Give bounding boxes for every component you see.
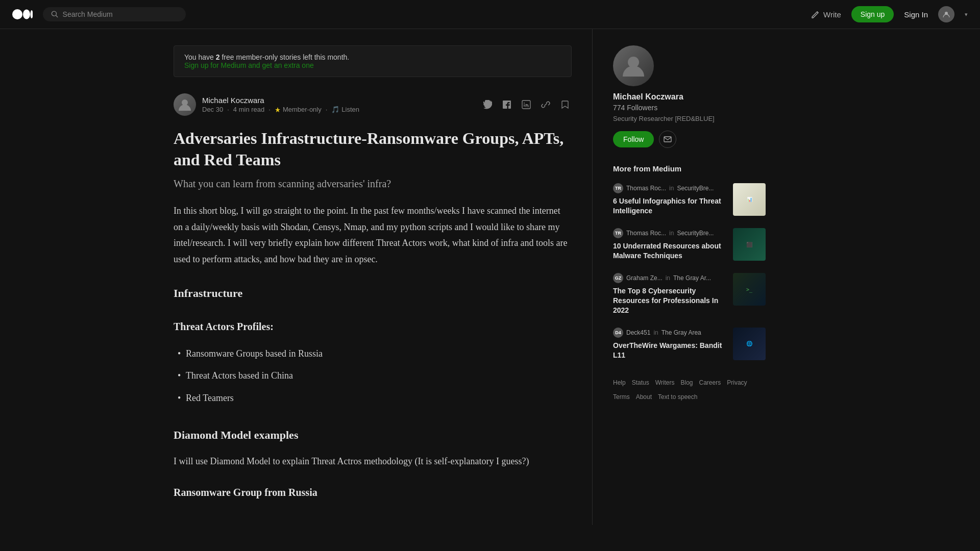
svg-point-1 bbox=[23, 10, 30, 19]
footer-link-help[interactable]: Help bbox=[613, 377, 626, 389]
rec-in-3: in bbox=[653, 329, 658, 336]
facebook-icon bbox=[502, 100, 511, 109]
rec-in-1: in bbox=[669, 230, 674, 237]
rec-in-2: in bbox=[666, 274, 670, 282]
footer-link-privacy[interactable]: Privacy bbox=[727, 377, 747, 389]
threat-actor-list: Ransomware Groups based in Russia Threat… bbox=[174, 343, 572, 410]
write-icon bbox=[811, 10, 820, 19]
signup-button[interactable]: Sign up bbox=[851, 6, 894, 22]
author-row: Michael Koczwara Dec 30 · 4 min read · M… bbox=[174, 93, 572, 116]
email-icon bbox=[664, 135, 672, 143]
membership-link[interactable]: Sign up for Medium and get an extra one bbox=[184, 61, 314, 69]
rec-title-3[interactable]: OverTheWire Wargames: Bandit L11 bbox=[613, 341, 727, 360]
member-label: Member-only bbox=[283, 106, 322, 113]
footer-link-careers[interactable]: Careers bbox=[699, 377, 721, 389]
recommendation-item: GZ Graham Ze... in The Gray Ar... The To… bbox=[613, 273, 766, 315]
rec-publication-3: The Gray Area bbox=[662, 329, 701, 336]
membership-banner: You have 2 free member-only stories left… bbox=[174, 45, 572, 77]
sidebar-author-name: Michael Koczwara bbox=[613, 92, 766, 102]
rec-author-name-0: Thomas Roc... bbox=[626, 185, 666, 192]
rec-author-row-2: GZ Graham Ze... in The Gray Ar... bbox=[613, 273, 727, 283]
banner-count: 2 bbox=[216, 53, 220, 61]
article-paragraph-2: I will use Diamond Model to explain Thre… bbox=[174, 454, 572, 470]
listen-icon: 🎵 bbox=[331, 106, 339, 113]
footer-link-status[interactable]: Status bbox=[632, 377, 649, 389]
navbar: Write Sign up Sign In ▾ bbox=[0, 0, 980, 29]
rec-thumbnail-1: ⬛ bbox=[733, 228, 766, 261]
write-button[interactable]: Write bbox=[811, 10, 841, 19]
search-bar[interactable] bbox=[43, 7, 186, 21]
main-layout: You have 2 free member-only stories left… bbox=[133, 29, 847, 525]
rec-in-0: in bbox=[669, 185, 674, 192]
footer-link-about[interactable]: About bbox=[636, 391, 652, 403]
rec-author-row-3: D4 Deck451 in The Gray Area bbox=[613, 328, 727, 338]
author-info: Michael Koczwara Dec 30 · 4 min read · M… bbox=[174, 93, 359, 116]
author-details: Michael Koczwara Dec 30 · 4 min read · M… bbox=[202, 96, 359, 113]
svg-point-2 bbox=[31, 10, 33, 18]
rec-author-avatar-3[interactable]: D4 bbox=[613, 328, 623, 338]
sidebar-author-avatar[interactable] bbox=[613, 45, 654, 86]
article-paragraph-1: In this short blog, I will go straight t… bbox=[174, 203, 572, 267]
footer-link-blog[interactable]: Blog bbox=[681, 377, 693, 389]
bookmark-icon bbox=[560, 100, 570, 109]
svg-line-4 bbox=[56, 15, 58, 17]
svg-point-8 bbox=[524, 103, 525, 104]
follow-button[interactable]: Follow bbox=[613, 131, 654, 147]
search-input[interactable] bbox=[63, 10, 178, 18]
rec-author-name-2: Graham Ze... bbox=[626, 274, 663, 282]
rec-publication-0: SecurityBre... bbox=[677, 185, 714, 192]
linkedin-icon bbox=[522, 100, 531, 109]
rec-author-avatar-0[interactable]: TR bbox=[613, 183, 623, 193]
listen-button[interactable]: 🎵 Listen bbox=[331, 106, 359, 113]
sidebar-footer: Help Status Writers Blog Careers Privacy… bbox=[613, 377, 766, 403]
rec-publication-2: The Gray Ar... bbox=[673, 274, 711, 282]
recommendations-container: TR Thomas Roc... in SecurityBre... 6 Use… bbox=[613, 183, 766, 360]
footer-link-writers[interactable]: Writers bbox=[655, 377, 675, 389]
copy-link-button[interactable] bbox=[539, 98, 552, 111]
signin-button[interactable]: Sign In bbox=[904, 10, 928, 19]
medium-logo[interactable] bbox=[12, 8, 33, 21]
navbar-right: Write Sign up Sign In ▾ bbox=[811, 6, 968, 22]
write-label: Write bbox=[823, 10, 841, 19]
member-badge: Member-only bbox=[275, 106, 322, 113]
subscribe-icon-button[interactable] bbox=[659, 131, 676, 148]
chevron-down-icon[interactable]: ▾ bbox=[965, 11, 968, 18]
user-avatar-nav[interactable] bbox=[938, 6, 954, 22]
article-body: Adversaries Infrastructure-Ransomware Gr… bbox=[174, 128, 572, 502]
share-twitter-button[interactable] bbox=[481, 98, 494, 111]
twitter-icon bbox=[483, 100, 492, 109]
rec-content-3: D4 Deck451 in The Gray Area OverTheWire … bbox=[613, 328, 727, 360]
article-date: Dec 30 bbox=[202, 106, 223, 113]
sidebar: Michael Koczwara 774 Followers Security … bbox=[592, 29, 766, 525]
recommendation-item: TR Thomas Roc... in SecurityBre... 10 Un… bbox=[613, 228, 766, 261]
section-heading-infrastructure: Infrastructure bbox=[174, 284, 572, 304]
article-actions bbox=[481, 98, 572, 111]
rec-title-2[interactable]: The Top 8 Cybersecurity Resources for Pr… bbox=[613, 286, 727, 315]
rec-author-avatar-1[interactable]: TR bbox=[613, 228, 623, 238]
search-icon bbox=[51, 10, 59, 18]
rec-title-1[interactable]: 10 Underrated Resources about Malware Te… bbox=[613, 241, 727, 261]
share-facebook-button[interactable] bbox=[500, 98, 513, 111]
author-meta: Dec 30 · 4 min read · Member-only · 🎵 Li… bbox=[202, 106, 359, 113]
read-time: 4 min read bbox=[233, 106, 264, 113]
bookmark-button[interactable] bbox=[558, 98, 572, 111]
rec-author-name-1: Thomas Roc... bbox=[626, 230, 666, 237]
author-avatar[interactable] bbox=[174, 93, 196, 116]
recommendation-item: TR Thomas Roc... in SecurityBre... 6 Use… bbox=[613, 183, 766, 216]
sidebar-bio: Security Researcher [RED&BLUE] bbox=[613, 115, 766, 122]
rec-publication-1: SecurityBre... bbox=[677, 230, 714, 237]
footer-link-terms[interactable]: Terms bbox=[613, 391, 630, 403]
link-icon bbox=[541, 100, 550, 109]
svg-rect-11 bbox=[664, 137, 671, 142]
footer-link-tts[interactable]: Text to speech bbox=[658, 391, 697, 403]
rec-thumbnail-0: 📊 bbox=[733, 183, 766, 216]
share-linkedin-button[interactable] bbox=[520, 98, 533, 111]
article-subtitle: What you can learn from scanning adversa… bbox=[174, 177, 572, 191]
listen-label: Listen bbox=[341, 106, 359, 113]
rec-author-row-1: TR Thomas Roc... in SecurityBre... bbox=[613, 228, 727, 238]
author-name[interactable]: Michael Koczwara bbox=[202, 96, 359, 105]
rec-title-0[interactable]: 6 Useful Infographics for Threat Intelli… bbox=[613, 196, 727, 216]
recommendation-item: D4 Deck451 in The Gray Area OverTheWire … bbox=[613, 328, 766, 360]
section-heading-diamond: Diamond Model examples bbox=[174, 425, 572, 445]
rec-author-avatar-2[interactable]: GZ bbox=[613, 273, 623, 283]
